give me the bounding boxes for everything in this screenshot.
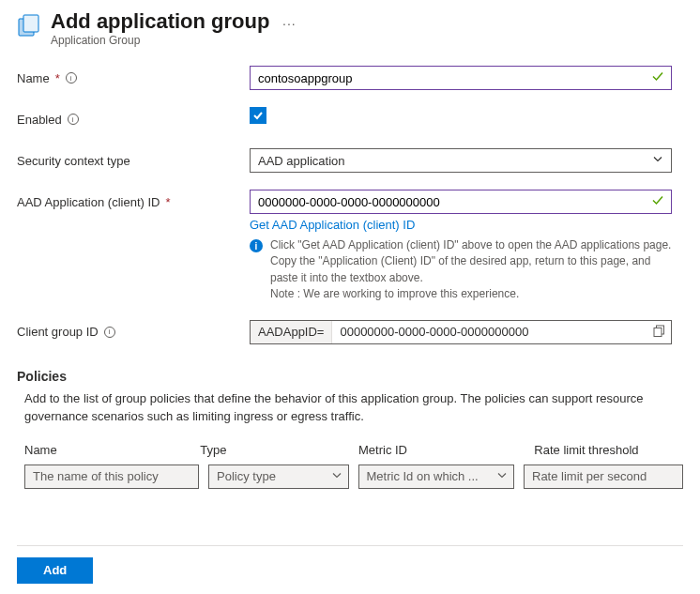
info-icon: i	[250, 239, 263, 252]
validation-check-icon	[651, 70, 664, 86]
policy-threshold-input[interactable]	[524, 465, 683, 489]
policy-type-select[interactable]: Policy type	[208, 465, 349, 489]
info-icon[interactable]: i	[104, 327, 115, 338]
chevron-down-icon	[331, 469, 342, 483]
policy-col-type: Type	[200, 443, 349, 457]
add-button[interactable]: Add	[17, 557, 93, 584]
more-options-icon[interactable]: ···	[282, 16, 297, 31]
name-label: Name* i	[17, 66, 250, 90]
policy-table-header: Name Type Metric ID Rate limit threshold	[24, 443, 683, 457]
info-icon[interactable]: i	[66, 72, 77, 84]
chevron-down-icon	[652, 154, 663, 168]
required-indicator: *	[55, 71, 60, 85]
client-group-id-field: AADAppID= 00000000-0000-0000-0000000000	[250, 320, 672, 344]
get-aad-client-id-link[interactable]: Get AAD Application (client) ID	[250, 218, 415, 232]
policy-col-metric: Metric ID	[358, 443, 525, 457]
page-subtitle: Application Group	[51, 34, 297, 47]
aad-help-text: Click "Get AAD Application (client) ID" …	[270, 237, 672, 303]
page-header: Add application group ··· Application Gr…	[17, 9, 683, 47]
page-title: Add application group	[51, 9, 269, 34]
client-group-id-label: Client group ID i	[17, 320, 250, 344]
app-group-icon	[17, 13, 41, 38]
policy-col-name: Name	[24, 443, 190, 457]
security-context-label: Security context type	[17, 148, 250, 173]
name-input[interactable]	[250, 66, 672, 90]
policy-metric-select[interactable]: Metric Id on which ...	[358, 465, 515, 489]
enabled-checkbox[interactable]	[250, 107, 266, 124]
policies-heading: Policies	[17, 369, 683, 384]
enabled-label: Enabled i	[17, 107, 250, 131]
info-icon[interactable]: i	[68, 114, 79, 125]
security-context-select[interactable]: AAD application	[250, 148, 672, 173]
svg-rect-1	[23, 15, 38, 32]
svg-rect-3	[654, 327, 662, 336]
required-indicator: *	[165, 195, 170, 209]
copy-icon[interactable]	[653, 325, 665, 340]
policy-col-threshold: Rate limit threshold	[534, 443, 683, 457]
policy-table-row: Policy type Metric Id on which ...	[24, 465, 683, 489]
client-group-id-prefix: AADAppID=	[251, 321, 332, 343]
validation-check-icon	[651, 194, 664, 210]
aad-client-id-input[interactable]	[250, 190, 672, 214]
aad-client-id-label: AAD Application (client) ID*	[17, 190, 250, 214]
policy-name-input[interactable]	[24, 465, 199, 489]
client-group-id-value: 00000000-0000-0000-0000000000	[332, 325, 671, 339]
chevron-down-icon	[496, 469, 508, 483]
policies-description: Add to the list of group policies that d…	[24, 389, 681, 426]
